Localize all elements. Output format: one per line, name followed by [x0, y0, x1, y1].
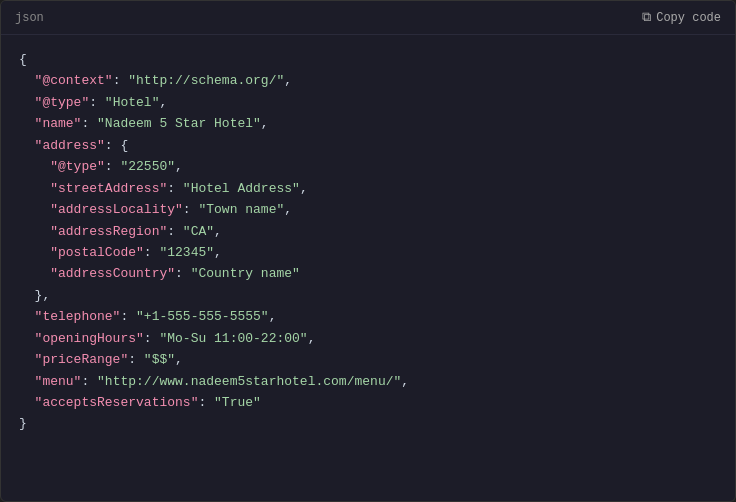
code-line: "addressCountry": "Country name": [19, 263, 717, 284]
code-line: "@type": "22550",: [19, 156, 717, 177]
code-header: json ⧉ Copy code: [1, 1, 735, 35]
code-line: "@type": "Hotel",: [19, 92, 717, 113]
code-block: json ⧉ Copy code { "@context": "http://s…: [0, 0, 736, 502]
code-line: {: [19, 49, 717, 70]
code-line: "postalCode": "12345",: [19, 242, 717, 263]
code-line: "menu": "http://www.nadeem5starhotel.com…: [19, 371, 717, 392]
copy-code-button[interactable]: ⧉ Copy code: [642, 10, 721, 25]
code-language-label: json: [15, 11, 44, 25]
code-line: "address": {: [19, 135, 717, 156]
code-line: "priceRange": "$$",: [19, 349, 717, 370]
code-line: "addressRegion": "CA",: [19, 221, 717, 242]
code-line: "@context": "http://schema.org/",: [19, 70, 717, 91]
code-line: }: [19, 413, 717, 434]
copy-icon: ⧉: [642, 10, 651, 25]
copy-label: Copy code: [656, 11, 721, 25]
code-line: "acceptsReservations": "True": [19, 392, 717, 413]
code-line: "streetAddress": "Hotel Address",: [19, 178, 717, 199]
code-line: "openingHours": "Mo-Su 11:00-22:00",: [19, 328, 717, 349]
code-line: "name": "Nadeem 5 Star Hotel",: [19, 113, 717, 134]
code-line: "telephone": "+1-555-555-5555",: [19, 306, 717, 327]
code-line: },: [19, 285, 717, 306]
code-line: "addressLocality": "Town name",: [19, 199, 717, 220]
code-body: { "@context": "http://schema.org/", "@ty…: [1, 35, 735, 501]
